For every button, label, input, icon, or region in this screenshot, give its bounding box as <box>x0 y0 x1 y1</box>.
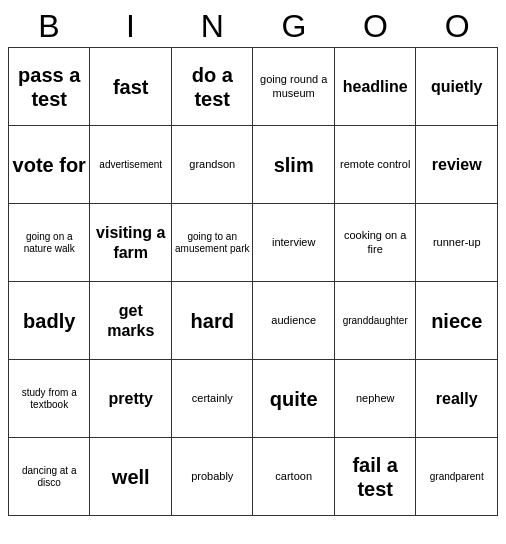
bingo-header: BINGOO <box>8 8 498 45</box>
bingo-cell: advertisement <box>90 126 172 204</box>
bingo-cell: quietly <box>416 48 498 126</box>
bingo-cell: runner-up <box>416 204 498 282</box>
bingo-cell: review <box>416 126 498 204</box>
bingo-cell: pretty <box>90 360 172 438</box>
table-row: pass a testfastdo a testgoing round a mu… <box>9 48 498 126</box>
header-letter: N <box>171 8 253 45</box>
bingo-cell: certainly <box>172 360 253 438</box>
bingo-cell: slim <box>253 126 334 204</box>
bingo-cell: cooking on a fire <box>334 204 416 282</box>
bingo-cell: vote for <box>9 126 90 204</box>
bingo-cell: quite <box>253 360 334 438</box>
table-row: study from a textbookprettycertainlyquit… <box>9 360 498 438</box>
header-letter: B <box>8 8 90 45</box>
bingo-cell: dancing at a disco <box>9 438 90 516</box>
bingo-cell: probably <box>172 438 253 516</box>
bingo-cell: interview <box>253 204 334 282</box>
header-letter: O <box>416 8 498 45</box>
bingo-cell: fail a test <box>334 438 416 516</box>
bingo-cell: cartoon <box>253 438 334 516</box>
bingo-cell: do a test <box>172 48 253 126</box>
table-row: badlyget markshardaudiencegranddaughtern… <box>9 282 498 360</box>
bingo-cell: nephew <box>334 360 416 438</box>
bingo-cell: well <box>90 438 172 516</box>
table-row: going on a nature walkvisiting a farmgoi… <box>9 204 498 282</box>
bingo-cell: going on a nature walk <box>9 204 90 282</box>
bingo-cell: granddaughter <box>334 282 416 360</box>
bingo-cell: hard <box>172 282 253 360</box>
bingo-cell: grandparent <box>416 438 498 516</box>
header-letter: O <box>335 8 417 45</box>
bingo-cell: going round a museum <box>253 48 334 126</box>
header-letter: I <box>90 8 172 45</box>
bingo-cell: headline <box>334 48 416 126</box>
bingo-cell: remote control <box>334 126 416 204</box>
bingo-cell: visiting a farm <box>90 204 172 282</box>
bingo-cell: badly <box>9 282 90 360</box>
table-row: vote foradvertisementgrandsonslimremote … <box>9 126 498 204</box>
bingo-cell: pass a test <box>9 48 90 126</box>
bingo-cell: get marks <box>90 282 172 360</box>
bingo-grid: pass a testfastdo a testgoing round a mu… <box>8 47 498 516</box>
bingo-cell: really <box>416 360 498 438</box>
bingo-cell: study from a textbook <box>9 360 90 438</box>
bingo-cell: going to an amusement park <box>172 204 253 282</box>
bingo-cell: audience <box>253 282 334 360</box>
bingo-cell: grandson <box>172 126 253 204</box>
table-row: dancing at a discowellprobablycartoonfai… <box>9 438 498 516</box>
bingo-cell: fast <box>90 48 172 126</box>
header-letter: G <box>253 8 335 45</box>
bingo-cell: niece <box>416 282 498 360</box>
